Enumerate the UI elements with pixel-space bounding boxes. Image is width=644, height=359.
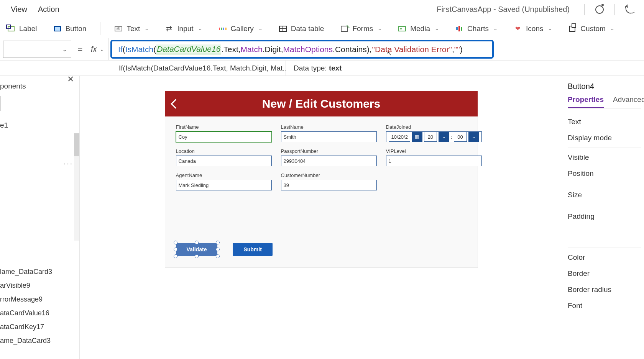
menu-action[interactable]: Action bbox=[38, 5, 59, 14]
formula-input[interactable]: If(IsMatch(DataCardValue16.Text, Match.D… bbox=[110, 40, 494, 59]
time-sep: : bbox=[451, 134, 452, 140]
property-selector[interactable]: ⌄ bbox=[3, 41, 71, 58]
prop-color[interactable]: Color bbox=[568, 249, 641, 266]
undo-icon[interactable] bbox=[625, 5, 634, 14]
text-icon bbox=[115, 26, 122, 31]
prop-display-mode[interactable]: Display mode bbox=[568, 130, 641, 146]
field-custnum: CustomerNumber bbox=[281, 172, 377, 190]
ribbon-icons[interactable]: ❤ Icons ⌄ bbox=[511, 23, 554, 34]
divider bbox=[568, 148, 641, 148]
hour-dropdown-icon[interactable]: ⌄ bbox=[439, 132, 449, 142]
calendar-icon[interactable]: ▦ bbox=[412, 132, 422, 142]
tree-item[interactable]: rrorMessage9 bbox=[0, 292, 79, 306]
prop-border[interactable]: Border bbox=[568, 266, 641, 282]
tree-item[interactable]: ataCardKey17 bbox=[0, 320, 79, 334]
tree-item[interactable]: ataCardValue16 bbox=[0, 306, 79, 320]
menubar-divider bbox=[584, 4, 585, 15]
ribbon-custom[interactable]: Custom ⌄ bbox=[566, 23, 616, 34]
ribbon-text-text: Text bbox=[127, 25, 140, 33]
resize-handle[interactable] bbox=[216, 254, 220, 258]
ribbon-input[interactable]: ⇄ Input ⌄ bbox=[163, 23, 204, 34]
resize-handle[interactable] bbox=[174, 248, 177, 251]
ribbon-gallery[interactable]: Gallery ⌄ bbox=[216, 23, 265, 34]
chevron-down-icon: ⌄ bbox=[378, 26, 382, 31]
selected-control-name: Button4 bbox=[568, 82, 641, 91]
fx-button[interactable]: fx ⌄ bbox=[86, 38, 109, 60]
scrollbar-thumb[interactable] bbox=[74, 133, 79, 156]
input-date[interactable] bbox=[389, 132, 410, 142]
tree-item[interactable]: lame_DataCard3 bbox=[0, 265, 79, 279]
close-icon[interactable]: ✕ bbox=[67, 74, 74, 84]
ribbon-icons-text: Icons bbox=[526, 25, 543, 33]
insert-ribbon: Label Button Text ⌄ ⇄ Input ⌄ Gallery ⌄ … bbox=[0, 19, 644, 38]
prop-visible[interactable]: Visible bbox=[568, 149, 641, 166]
input-vip[interactable] bbox=[386, 156, 482, 166]
gallery-icon bbox=[219, 25, 227, 33]
tab-advanced[interactable]: Advanced bbox=[613, 95, 644, 108]
prop-padding[interactable]: Padding bbox=[568, 208, 641, 225]
selected-control-wrap[interactable]: Validate bbox=[176, 243, 218, 256]
tok-string: "Data Validation Error" bbox=[372, 45, 452, 54]
ribbon-charts[interactable]: Charts ⌄ bbox=[453, 23, 500, 34]
input-agent[interactable] bbox=[176, 180, 272, 190]
ribbon-forms[interactable]: Forms ⌄ bbox=[338, 23, 384, 34]
input-lastname[interactable] bbox=[281, 131, 377, 142]
canvas[interactable]: New / Edit Customers FirstName LastName … bbox=[80, 76, 563, 359]
chevron-down-icon: ⌄ bbox=[610, 26, 614, 31]
overflow-menu-icon[interactable]: ··· bbox=[64, 159, 73, 168]
tok-if: If bbox=[118, 45, 123, 54]
chevron-down-icon: ⌄ bbox=[258, 26, 263, 31]
ribbon-media[interactable]: Media ⌄ bbox=[396, 23, 441, 34]
resize-handle[interactable] bbox=[195, 254, 199, 258]
input-icon: ⇄ bbox=[165, 25, 173, 33]
ribbon-divider bbox=[100, 22, 100, 35]
resize-handle[interactable] bbox=[216, 241, 220, 244]
prop-size[interactable]: Size bbox=[568, 187, 641, 203]
ribbon-datatable[interactable]: Data table bbox=[276, 23, 327, 34]
data-type-label: Data type: bbox=[294, 64, 329, 72]
menubar-divider bbox=[614, 4, 615, 15]
divider bbox=[568, 248, 641, 248]
menu-view[interactable]: View bbox=[11, 5, 27, 14]
input-passport[interactable] bbox=[281, 156, 377, 166]
tree-view-pane: ✕ ponents e1 ··· lame_DataCard3 arVisibl… bbox=[0, 76, 80, 359]
tree-item[interactable]: ame_DataCard3 bbox=[0, 334, 79, 348]
minute-dropdown-icon[interactable]: ⌄ bbox=[468, 132, 479, 142]
ribbon-label-text: Label bbox=[19, 25, 37, 33]
prop-position[interactable]: Position bbox=[568, 166, 641, 182]
chevron-down-icon: ⌄ bbox=[62, 46, 67, 53]
resize-handle[interactable] bbox=[195, 241, 199, 244]
submit-button[interactable]: Submit bbox=[233, 243, 272, 256]
input-location[interactable] bbox=[176, 156, 272, 166]
input-firstname[interactable] bbox=[176, 131, 272, 142]
tree-item[interactable]: arVisible9 bbox=[0, 279, 79, 292]
tok-digit: Digit bbox=[265, 45, 281, 54]
ribbon-label[interactable]: Label bbox=[5, 23, 39, 34]
data-type-value: text bbox=[329, 64, 342, 72]
back-icon[interactable] bbox=[171, 99, 180, 108]
app-checker-icon[interactable] bbox=[595, 5, 604, 14]
chevron-down-icon: ⌄ bbox=[145, 26, 149, 31]
hour-value: 20 bbox=[424, 132, 437, 142]
prop-border-radius[interactable]: Border radius bbox=[568, 282, 641, 298]
ribbon-gallery-text: Gallery bbox=[231, 25, 254, 33]
fx-label: fx bbox=[91, 45, 97, 54]
tab-properties[interactable]: Properties bbox=[568, 95, 604, 108]
prop-text[interactable]: Text bbox=[568, 114, 641, 130]
ribbon-button[interactable]: Button bbox=[51, 23, 89, 34]
label-firstname: FirstName bbox=[176, 124, 272, 130]
resize-handle[interactable] bbox=[174, 254, 177, 258]
ribbon-charts-text: Charts bbox=[467, 25, 489, 33]
charts-icon bbox=[455, 25, 463, 33]
search-input[interactable] bbox=[0, 96, 68, 111]
input-custnum[interactable] bbox=[281, 180, 377, 190]
ribbon-custom-text: Custom bbox=[580, 25, 605, 33]
resize-handle[interactable] bbox=[174, 241, 177, 244]
ribbon-text[interactable]: Text ⌄ bbox=[112, 23, 151, 34]
tree-item[interactable]: e1 bbox=[0, 118, 79, 133]
validate-button[interactable]: Validate bbox=[176, 243, 218, 256]
resize-handle[interactable] bbox=[216, 248, 220, 251]
prop-font[interactable]: Font bbox=[568, 298, 641, 314]
app-title: FirstCanvasApp - Saved (Unpublished) bbox=[437, 5, 577, 14]
icons-icon: ❤ bbox=[514, 25, 522, 33]
